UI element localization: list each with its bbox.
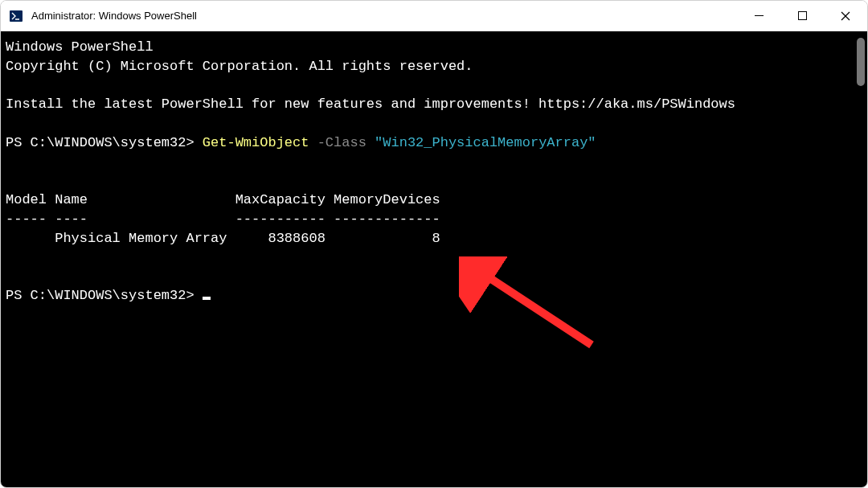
blank-line: [6, 248, 862, 268]
prompt-text: PS C:\WINDOWS\system32>: [6, 288, 203, 303]
powershell-icon: [9, 9, 23, 23]
blank-line: [6, 268, 862, 287]
header-line-1: Windows PowerShell: [6, 38, 862, 57]
titlebar[interactable]: Administrator: Windows PowerShell: [1, 1, 867, 31]
terminal-area[interactable]: Windows PowerShell Copyright (C) Microso…: [1, 31, 867, 487]
cmdlet-arg: "Win32_PhysicalMemoryArray": [375, 135, 596, 150]
svg-rect-0: [10, 10, 23, 22]
header-line-2: Copyright (C) Microsoft Corporation. All…: [6, 57, 862, 76]
prompt-text: PS C:\WINDOWS\system32>: [6, 135, 203, 150]
minimize-button[interactable]: [737, 1, 780, 31]
close-button[interactable]: [824, 1, 867, 31]
scrollbar-thumb[interactable]: [857, 38, 865, 86]
svg-rect-3: [798, 12, 806, 20]
blank-line: [6, 153, 862, 172]
output-data-row: Physical Memory Array 8388608 8: [6, 229, 862, 248]
maximize-button[interactable]: [780, 1, 824, 31]
output-divider: ----- ---- ----------- -------------: [6, 210, 862, 229]
blank-line: [6, 76, 862, 96]
blank-line: [6, 114, 862, 133]
output-headers: Model Name MaxCapacity MemoryDevices: [6, 191, 862, 210]
powershell-window: Administrator: Windows PowerShell Window…: [0, 0, 868, 488]
window-title: Administrator: Windows PowerShell: [31, 10, 737, 22]
cmdlet-flag: -Class: [309, 135, 375, 150]
cursor-icon: [203, 297, 211, 300]
install-message: Install the latest PowerShell for new fe…: [6, 95, 862, 114]
prompt-line: PS C:\WINDOWS\system32>: [6, 286, 862, 306]
cmdlet-name: Get-WmiObject: [203, 135, 309, 150]
window-controls: [737, 1, 867, 31]
scrollbar[interactable]: [856, 38, 866, 481]
blank-line: [6, 172, 862, 191]
command-line: PS C:\WINDOWS\system32> Get-WmiObject -C…: [6, 133, 862, 153]
